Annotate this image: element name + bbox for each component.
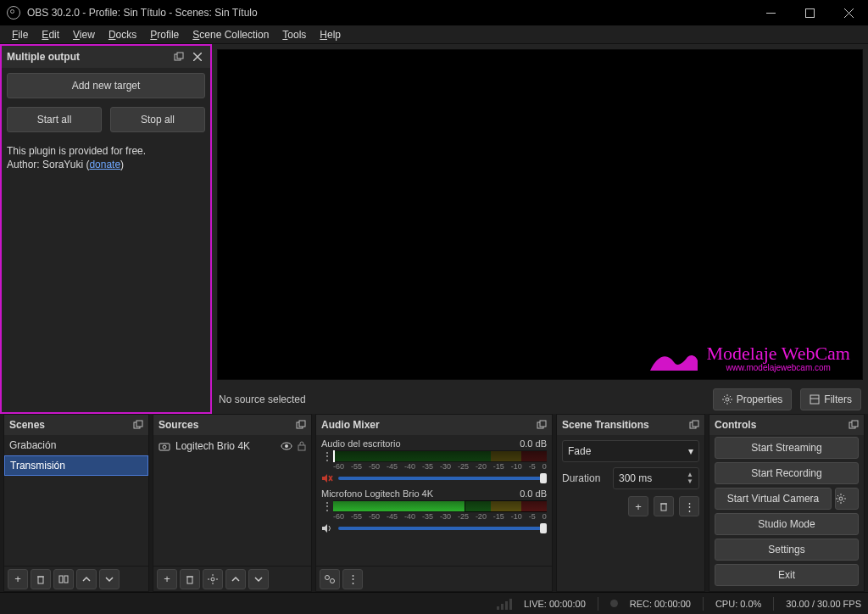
status-cpu: CPU: 0.0%: [715, 599, 761, 609]
mixer-meter-desktop: [333, 450, 547, 462]
start-recording-button[interactable]: Start Recording: [715, 462, 859, 484]
scene-item-grabacion[interactable]: Grabación: [4, 435, 148, 455]
svg-rect-5: [177, 53, 183, 59]
svg-rect-26: [299, 421, 305, 427]
source-properties-button[interactable]: [203, 569, 223, 589]
studio-mode-button[interactable]: Studio Mode: [715, 513, 859, 535]
menu-help[interactable]: Help: [313, 27, 348, 42]
volume-slider-mic[interactable]: [338, 527, 547, 530]
transition-menu-button[interactable]: ⋮: [679, 496, 699, 516]
scene-transitions-panel: Scene Transitions Fade▾ Duration 300 ms▲…: [556, 414, 705, 592]
source-visibility-icon[interactable]: [281, 442, 292, 450]
menu-profile[interactable]: Profile: [143, 27, 186, 42]
window-minimize-button[interactable]: [751, 0, 790, 25]
mixer-menu-button[interactable]: ⋮: [342, 569, 363, 589]
exit-button[interactable]: Exit: [715, 564, 859, 586]
svg-rect-20: [136, 421, 142, 427]
mixer-meter-mic: [333, 500, 547, 512]
source-move-down-button[interactable]: [248, 569, 269, 589]
mixer-track-menu-icon[interactable]: ⋮: [321, 500, 328, 512]
source-toolbar: No source selected Properties Filters: [212, 385, 868, 414]
menu-view[interactable]: View: [66, 27, 102, 42]
svg-rect-27: [159, 444, 170, 450]
svg-point-8: [726, 398, 729, 401]
mixer-advanced-button[interactable]: [320, 569, 340, 589]
sources-panel: Sources Logitech Brio 4K +: [153, 414, 312, 592]
source-item-logitech[interactable]: Logitech Brio 4K: [153, 435, 311, 457]
window-close-button[interactable]: [829, 0, 868, 25]
mixer-track-mic: Microfono Logitech Brio 4K0.0 dB ⋮ -60-5…: [316, 485, 552, 535]
plugin-note: This plugin is provided for free. Author…: [7, 144, 205, 171]
svg-line-15: [729, 396, 730, 397]
preview-canvas[interactable]: Modelaje WebCam www.modelajewebcam.com: [217, 49, 863, 380]
svg-rect-40: [540, 421, 546, 427]
transition-select[interactable]: Fade▾: [562, 440, 699, 462]
add-new-target-button[interactable]: Add new target: [7, 73, 205, 98]
scenes-toolbar: +: [4, 566, 148, 591]
mixer-track-menu-icon[interactable]: ⋮: [321, 450, 328, 462]
start-all-button[interactable]: Start all: [7, 107, 102, 132]
menu-scene-collection[interactable]: Scene Collection: [186, 27, 275, 42]
svg-rect-17: [810, 395, 819, 404]
svg-rect-1: [805, 8, 814, 17]
scene-rename-input[interactable]: [10, 460, 142, 472]
svg-rect-23: [59, 576, 63, 583]
transitions-popout-icon[interactable]: [689, 420, 699, 430]
svg-marker-41: [322, 474, 327, 483]
scene-remove-button[interactable]: [31, 569, 51, 589]
svg-rect-0: [766, 13, 776, 14]
transition-remove-button[interactable]: [654, 496, 674, 516]
source-remove-button[interactable]: [180, 569, 200, 589]
menu-edit[interactable]: Edit: [35, 27, 66, 42]
start-streaming-button[interactable]: Start Streaming: [715, 437, 859, 459]
watermark-silhouette-icon: [648, 347, 699, 372]
status-rec: REC: 00:00:00: [630, 599, 691, 609]
menu-tools[interactable]: Tools: [275, 27, 313, 42]
menu-file[interactable]: File: [5, 27, 35, 42]
volume-slider-desktop[interactable]: [338, 477, 547, 480]
window-maximize-button[interactable]: [790, 0, 829, 25]
mixer-ticks: -60-55-50-45-40-35-30-25-20-15-10-50: [321, 512, 547, 521]
transition-add-button[interactable]: +: [628, 496, 648, 516]
scenes-popout-icon[interactable]: [133, 420, 143, 430]
sources-popout-icon[interactable]: [296, 420, 306, 430]
multiple-output-dock-title[interactable]: Multiple output: [2, 46, 210, 68]
duration-label: Duration: [562, 472, 608, 484]
scene-move-down-button[interactable]: [99, 569, 120, 589]
mute-icon[interactable]: [321, 473, 333, 483]
camera-icon: [159, 442, 170, 451]
svg-line-60: [843, 495, 844, 496]
donate-link[interactable]: donate: [89, 159, 120, 170]
dock-popout-icon[interactable]: [171, 49, 186, 64]
scene-move-up-button[interactable]: [76, 569, 97, 589]
start-virtual-camera-button[interactable]: Start Virtual Camera: [715, 488, 832, 510]
sources-title: Sources: [159, 419, 296, 431]
controls-popout-icon[interactable]: [849, 420, 859, 430]
main-menubar: File Edit View Docks Profile Scene Colle…: [0, 25, 868, 44]
source-add-button[interactable]: +: [157, 569, 177, 589]
duration-spinbox[interactable]: 300 ms▲▼: [613, 467, 699, 489]
record-indicator-icon: [610, 600, 618, 607]
speaker-icon[interactable]: [321, 523, 333, 533]
status-live: LIVE: 00:00:00: [524, 599, 586, 609]
dock-close-icon[interactable]: [190, 49, 205, 64]
svg-line-14: [729, 402, 730, 403]
no-source-label: No source selected: [219, 394, 306, 405]
mixer-popout-icon[interactable]: [537, 420, 547, 430]
multiple-output-dock: Multiple output Add new target Start all…: [0, 44, 212, 414]
filters-button[interactable]: Filters: [800, 388, 861, 410]
menu-docks[interactable]: Docks: [102, 27, 143, 42]
filter-icon: [810, 394, 820, 405]
virtual-camera-settings-button[interactable]: [835, 488, 859, 510]
scene-add-button[interactable]: +: [8, 569, 28, 589]
scene-filter-button[interactable]: [53, 569, 74, 589]
properties-button[interactable]: Properties: [713, 388, 793, 410]
settings-button[interactable]: Settings: [715, 539, 859, 561]
source-lock-icon[interactable]: [298, 441, 306, 451]
svg-line-61: [837, 501, 838, 502]
scene-item-transmision[interactable]: [4, 455, 148, 476]
scenes-title: Scenes: [9, 419, 133, 431]
watermark-overlay: Modelaje WebCam www.modelajewebcam.com: [648, 344, 850, 372]
stop-all-button[interactable]: Stop all: [110, 107, 205, 132]
source-move-up-button[interactable]: [225, 569, 246, 589]
